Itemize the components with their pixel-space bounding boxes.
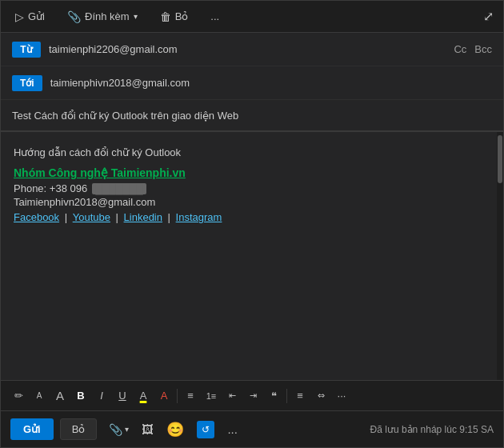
from-value[interactable]: taimienphi2206@gmail.com — [49, 43, 454, 55]
bottom-bar: Gửi Bỏ 📎 ▾ 🖼 😊 ↺ ... Đã lưu bản nháp lúc… — [1, 410, 503, 447]
loop-button[interactable]: ↺ — [193, 418, 218, 441]
bottom-attach-button[interactable]: 📎 ▾ — [105, 421, 133, 438]
emoji-icon: 😊 — [166, 422, 184, 438]
to-row: Tới taimienphivn2018@gmail.com — [1, 66, 503, 100]
send-button[interactable]: ▷ Gửi — [10, 7, 50, 26]
bottom-send-button[interactable]: Gửi — [10, 418, 54, 440]
attach-icon: 📎 — [67, 10, 81, 23]
list-ul-button[interactable]: ≡ — [181, 386, 200, 405]
font-size-up-icon: A — [56, 389, 64, 402]
sig-phone: Phone: +38 096 ███████ — [14, 182, 490, 194]
italic-button[interactable]: I — [92, 386, 111, 405]
image-button[interactable]: 🖼 — [138, 420, 158, 438]
numbered-list-button[interactable]: 1≡ — [202, 388, 221, 404]
highlight-icon: A — [140, 390, 147, 402]
to-value[interactable]: taimienphivn2018@gmail.com — [50, 77, 492, 89]
font-size-down-button[interactable]: A — [30, 388, 49, 403]
outdent-button[interactable]: ⇥ — [243, 387, 262, 404]
divider-2 — [286, 389, 287, 403]
highlight-button[interactable]: A — [134, 386, 153, 405]
trash-icon: 🗑 — [160, 10, 171, 23]
instagram-link[interactable]: Instagram — [176, 211, 222, 223]
bold-button[interactable]: B — [71, 386, 90, 405]
cc-button[interactable]: Cc — [454, 43, 466, 55]
body-heading: Hướng dẫn cách đổi chữ ký Outlook — [14, 146, 490, 158]
sig-links: Facebook | Youtube | Linkedin | Instagra… — [14, 211, 490, 223]
emoji-button[interactable]: 😊 — [162, 418, 188, 441]
from-row: Từ taimienphi2206@gmail.com Cc Bcc — [1, 33, 503, 66]
quote-button[interactable]: ❝ — [264, 386, 283, 405]
more-options-button[interactable]: ... — [206, 7, 224, 26]
attach-chevron-icon: ▾ — [134, 12, 138, 21]
attach-button[interactable]: 📎 Đính kèm ▾ — [62, 7, 142, 26]
right-align-button[interactable]: ⇔ — [311, 387, 330, 404]
sig-email: Taimienphivn2018@gmail.com — [14, 196, 490, 208]
font-size-down-icon: A — [37, 391, 42, 400]
image-icon: 🖼 — [142, 422, 154, 436]
linkedin-link[interactable]: Linkedin — [124, 211, 162, 223]
send-icon: ▷ — [15, 10, 24, 23]
fields-area: Từ taimienphi2206@gmail.com Cc Bcc Tới t… — [1, 33, 503, 132]
top-toolbar: ▷ Gửi 📎 Đính kèm ▾ 🗑 Bỏ ... ⤢ — [1, 1, 503, 33]
expand-button[interactable]: ⤢ — [483, 9, 494, 24]
sep1: | — [62, 211, 70, 223]
attach-dropdown-icon: ▾ — [125, 425, 129, 434]
indent-button[interactable]: ⇤ — [222, 387, 242, 404]
font-color-button[interactable]: A — [154, 386, 174, 405]
sig-name: Nhóm Công nghệ Taimienphi.vn — [14, 166, 490, 179]
font-color-icon: A — [161, 390, 168, 402]
numbered-list-icon: 1≡ — [206, 391, 217, 401]
phone-blur: ███████ — [92, 183, 146, 194]
format-more-button[interactable]: ··· — [332, 386, 351, 405]
scrollbar-thumb — [498, 135, 502, 183]
from-tag: Từ — [12, 42, 41, 58]
bcc-button[interactable]: Bcc — [474, 43, 492, 55]
align-button[interactable]: ≡ — [290, 386, 310, 405]
youtube-link[interactable]: Youtube — [73, 211, 110, 223]
paperclip-icon: 📎 — [109, 423, 122, 436]
underline-button[interactable]: U — [113, 386, 132, 405]
subject-input[interactable] — [12, 110, 492, 122]
body-area[interactable]: Hướng dẫn cách đổi chữ ký Outlook Nhóm C… — [1, 132, 503, 380]
text-style-icon: ✏ — [14, 390, 23, 402]
facebook-link[interactable]: Facebook — [14, 211, 59, 223]
font-size-up-button[interactable]: A — [50, 386, 70, 406]
cc-bcc-buttons: Cc Bcc — [454, 43, 492, 55]
bottom-icons: 📎 ▾ 🖼 😊 ↺ ... — [105, 418, 242, 441]
text-style-button[interactable]: ✏ — [9, 386, 28, 405]
format-toolbar: ✏ A A B I U A A ≡ 1≡ ⇤ ⇥ ❝ ≡ ⇔ ··· — [1, 380, 503, 410]
compose-window: ▷ Gửi 📎 Đính kèm ▾ 🗑 Bỏ ... ⤢ Từ taimien… — [0, 0, 504, 448]
bottom-more-button[interactable]: ... — [223, 420, 242, 438]
scrollbar-track — [497, 132, 503, 380]
more-icon: ... — [227, 422, 238, 436]
divider-1 — [177, 389, 178, 403]
sep3: | — [165, 211, 174, 223]
sep2: | — [113, 211, 122, 223]
to-tag: Tới — [12, 75, 42, 91]
discard-button[interactable]: 🗑 Bỏ — [155, 7, 194, 26]
bottom-discard-button[interactable]: Bỏ — [60, 418, 98, 440]
subject-row — [1, 100, 503, 131]
draft-status: Đã lưu bản nháp lúc 9:15 SA — [370, 424, 494, 435]
loop-icon: ↺ — [197, 421, 214, 438]
